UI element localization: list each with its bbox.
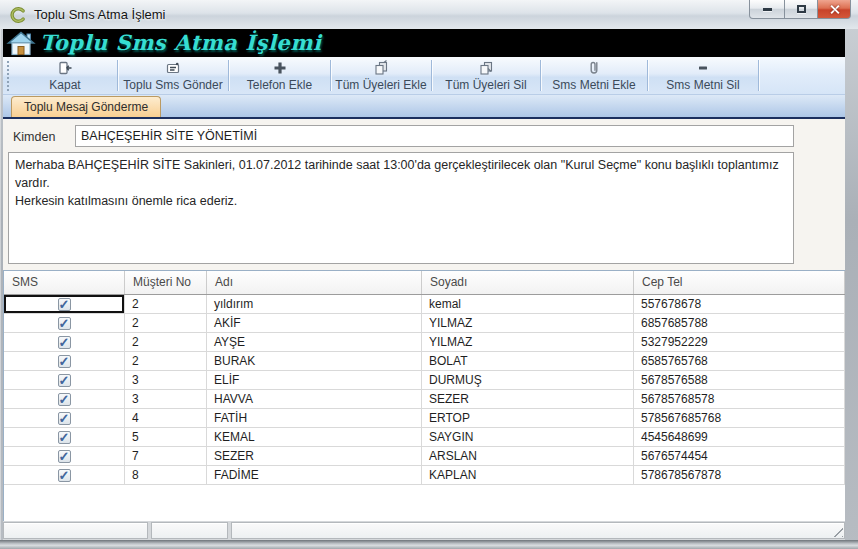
check-icon: ✓ xyxy=(59,315,70,333)
copy-pages-add-icon xyxy=(373,60,389,76)
table-row: ✓ 4 FATİH ERTOP 578567685768 xyxy=(4,409,845,428)
status-panel xyxy=(3,522,148,539)
column-header-soyadi[interactable]: Soyadı xyxy=(422,271,634,294)
musteri-no-cell: 2 xyxy=(125,352,207,370)
toolbar-separator xyxy=(431,60,432,91)
close-icon xyxy=(829,4,840,15)
minimize-button[interactable] xyxy=(749,0,785,19)
plus-icon xyxy=(272,60,288,76)
banner-title: Toplu Sms Atma İşlemi xyxy=(40,30,321,56)
sms-checkbox[interactable]: ✓ xyxy=(58,355,71,368)
kapat-label: Kapat xyxy=(49,78,80,92)
sms-checkbox[interactable]: ✓ xyxy=(58,431,71,444)
cep-tel-cell: 6857685788 xyxy=(634,314,845,332)
toolbar-separator xyxy=(117,60,118,91)
minus-icon xyxy=(695,60,711,76)
check-icon: ✓ xyxy=(59,372,70,390)
musteri-no-cell: 5 xyxy=(125,428,207,446)
soyadi-cell: KAPLAN xyxy=(422,466,634,484)
status-panel xyxy=(151,522,228,539)
app-banner: Toplu Sms Atma İşlemi xyxy=(3,29,845,57)
toolbar-filler xyxy=(760,57,845,94)
table-row: ✓ 2 AYŞE YILMAZ 5327952229 xyxy=(4,333,845,352)
adi-cell: yıldırım xyxy=(207,295,422,313)
grid-header-row: SMS Müşteri No Adı Soyadı Cep Tel xyxy=(4,271,845,295)
content-area: Kimden Merhaba BAHÇEŞEHİR SİTE Sakinleri… xyxy=(3,119,845,521)
check-icon: ✓ xyxy=(59,410,70,428)
tum-uyeleri-sil-label: Tüm Üyeleri Sil xyxy=(445,78,526,92)
home-icon xyxy=(6,30,36,56)
column-header-musteri-no[interactable]: Müşteri No xyxy=(125,271,207,294)
title-bar: Toplu Sms Atma İşlemi xyxy=(0,0,858,29)
adi-cell: ELİF xyxy=(207,371,422,389)
check-icon: ✓ xyxy=(59,429,70,447)
soyadi-cell: kemal xyxy=(422,295,634,313)
tum-uyeleri-ekle-label: Tüm Üyeleri Ekle xyxy=(335,78,426,92)
adi-cell: BURAK xyxy=(207,352,422,370)
maximize-button[interactable] xyxy=(785,0,817,19)
check-icon: ✓ xyxy=(59,353,70,371)
soyadi-cell: YILMAZ xyxy=(422,314,634,332)
toolbar-separator xyxy=(540,60,541,91)
sms-cell: ✓ xyxy=(4,352,125,370)
cep-tel-cell: 6585765768 xyxy=(634,352,845,370)
soyadi-cell: DURMUŞ xyxy=(422,371,634,389)
toolbar-grip[interactable] xyxy=(5,61,14,91)
sms-cell: ✓ xyxy=(4,390,125,408)
app-window: Toplu Sms Atma İşlemi Toplu Sms Atma İşl… xyxy=(0,0,858,549)
musteri-no-cell: 3 xyxy=(125,371,207,389)
soyadi-cell: SEZER xyxy=(422,390,634,408)
table-row: ✓ 7 SEZER ARSLAN 5676574454 xyxy=(4,447,845,466)
table-row: ✓ 2 AKİF YILMAZ 6857685788 xyxy=(4,314,845,333)
cep-tel-cell: 5678576588 xyxy=(634,371,845,389)
app-logo-icon xyxy=(9,6,27,24)
kapat-button[interactable]: Kapat xyxy=(14,57,116,94)
soyadi-cell: SAYGIN xyxy=(422,428,634,446)
sms-cell: ✓ xyxy=(4,428,125,446)
sms-checkbox[interactable]: ✓ xyxy=(58,412,71,425)
musteri-no-cell: 3 xyxy=(125,390,207,408)
tab-toplu-mesaj-gonderme[interactable]: Toplu Mesaj Gönderme xyxy=(11,96,161,117)
status-bar xyxy=(3,521,845,540)
sms-checkbox[interactable]: ✓ xyxy=(58,469,71,482)
musteri-no-cell: 2 xyxy=(125,295,207,313)
column-header-sms[interactable]: SMS xyxy=(4,271,125,294)
exit-door-icon xyxy=(57,60,73,76)
adi-cell: AYŞE xyxy=(207,333,422,351)
adi-cell: FATİH xyxy=(207,409,422,427)
client-area: Toplu Sms Atma İşlemi Kapat Toplu Sms Gö… xyxy=(3,29,845,540)
musteri-no-cell: 8 xyxy=(125,466,207,484)
cep-tel-cell: 5676574454 xyxy=(634,447,845,465)
status-panel xyxy=(231,522,845,539)
sms-cell: ✓ xyxy=(4,447,125,465)
adi-cell: FADİME xyxy=(207,466,422,484)
close-button[interactable] xyxy=(817,0,851,19)
sms-checkbox[interactable]: ✓ xyxy=(58,450,71,463)
adi-cell: SEZER xyxy=(207,447,422,465)
sms-checkbox[interactable]: ✓ xyxy=(58,393,71,406)
message-textarea[interactable]: Merhaba BAHÇEŞEHİR SİTE Sakinleri, 01.07… xyxy=(8,152,794,264)
sms-checkbox[interactable]: ✓ xyxy=(58,317,71,330)
sms-checkbox[interactable]: ✓ xyxy=(58,336,71,349)
column-header-cep-tel[interactable]: Cep Tel xyxy=(634,271,845,294)
sms-checkbox[interactable]: ✓ xyxy=(58,374,71,387)
check-icon: ✓ xyxy=(59,296,70,314)
tum-uyeleri-ekle-button[interactable]: Tüm Üyeleri Ekle xyxy=(332,57,430,94)
musteri-no-cell: 4 xyxy=(125,409,207,427)
telefon-ekle-button[interactable]: Telefon Ekle xyxy=(230,57,329,94)
tum-uyeleri-sil-button[interactable]: Tüm Üyeleri Sil xyxy=(433,57,539,94)
toolbar-separator xyxy=(330,60,331,91)
musteri-no-cell: 7 xyxy=(125,447,207,465)
copy-pages-icon xyxy=(478,60,494,76)
kimden-input[interactable] xyxy=(75,125,794,147)
grid-empty-area xyxy=(4,485,845,521)
maximize-icon xyxy=(797,5,806,13)
sms-checkbox[interactable]: ✓ xyxy=(58,298,71,311)
sms-metni-ekle-button[interactable]: Sms Metni Ekle xyxy=(542,57,646,94)
resize-grip[interactable] xyxy=(830,524,843,537)
column-header-adi[interactable]: Adı xyxy=(207,271,422,294)
toplu-sms-gonder-button[interactable]: Toplu Sms Gönder xyxy=(119,57,227,94)
sms-metni-sil-button[interactable]: Sms Metni Sil xyxy=(649,57,757,94)
soyadi-cell: YILMAZ xyxy=(422,333,634,351)
sms-cell: ✓ xyxy=(4,314,125,332)
